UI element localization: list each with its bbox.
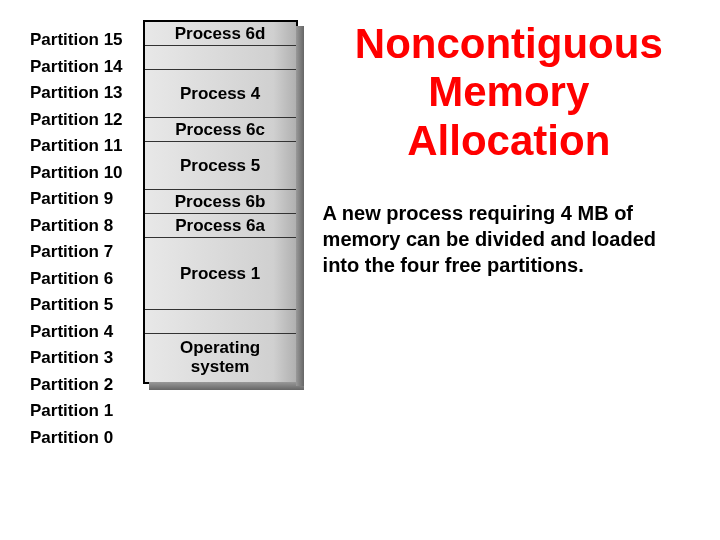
partition-label-column: Partition 15 Partition 14 Partition 13 P…: [10, 20, 123, 448]
memory-block: Process 6b: [145, 190, 296, 214]
memory-block: Process 4: [145, 70, 296, 118]
partition-label: Partition 1: [30, 401, 123, 421]
partition-label: Partition 14: [30, 57, 123, 77]
partition-label: Partition 4: [30, 322, 123, 342]
memory-block: Process 6c: [145, 118, 296, 142]
memory-block: Process 6a: [145, 214, 296, 238]
partition-label: Partition 10: [30, 163, 123, 183]
partition-label: Partition 7: [30, 242, 123, 262]
partition-label: Partition 6: [30, 269, 123, 289]
slide-body: A new process requiring 4 MB of memory c…: [323, 200, 695, 278]
memory-block: Process 5: [145, 142, 296, 190]
partition-label: Partition 13: [30, 83, 123, 103]
partition-label: Partition 2: [30, 375, 123, 395]
partition-label: Partition 11: [30, 136, 123, 156]
memory-block: Operatingsystem: [145, 334, 296, 382]
memory-block: Process 1: [145, 238, 296, 310]
partition-label: Partition 5: [30, 295, 123, 315]
memory-block: Process 6d: [145, 22, 296, 46]
memory-stack-column: Process 6dProcess 4Process 6cProcess 5Pr…: [143, 20, 298, 448]
memory-stack: Process 6dProcess 4Process 6cProcess 5Pr…: [143, 20, 298, 384]
text-section: Noncontiguous Memory Allocation A new pr…: [323, 20, 710, 448]
partition-label: Partition 0: [30, 428, 123, 448]
partition-label: Partition 3: [30, 348, 123, 368]
partition-label: Partition 12: [30, 110, 123, 130]
partition-label: Partition 15: [30, 30, 123, 50]
slide-title: Noncontiguous Memory Allocation: [323, 20, 695, 165]
partition-label: Partition 8: [30, 216, 123, 236]
partition-label: Partition 9: [30, 189, 123, 209]
memory-block: [145, 310, 296, 334]
memory-block: [145, 46, 296, 70]
